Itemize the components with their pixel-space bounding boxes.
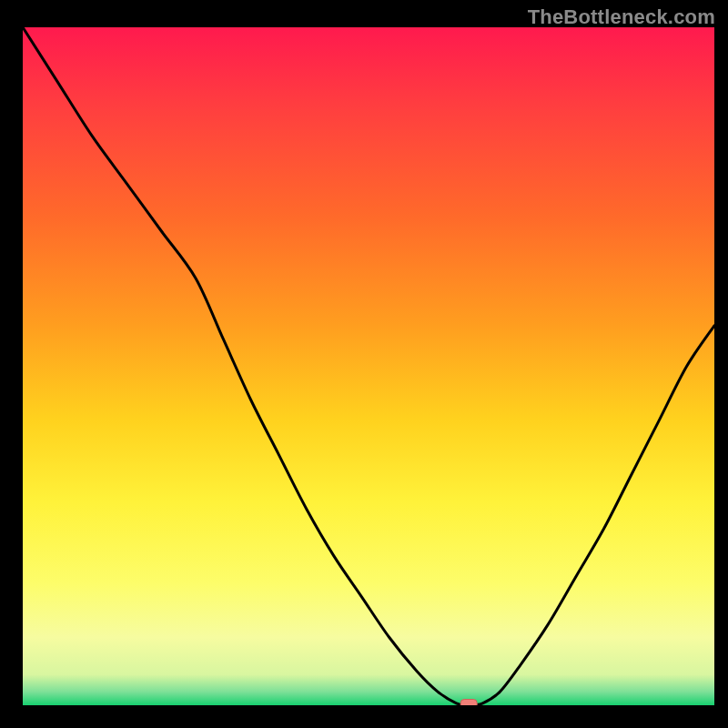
gradient-background bbox=[23, 27, 714, 705]
watermark-text: TheBottleneck.com bbox=[528, 5, 715, 29]
optimal-point-marker bbox=[460, 700, 477, 705]
plot-svg bbox=[23, 27, 714, 705]
plot-area bbox=[23, 27, 714, 705]
chart-stage: TheBottleneck.com bbox=[0, 0, 728, 728]
